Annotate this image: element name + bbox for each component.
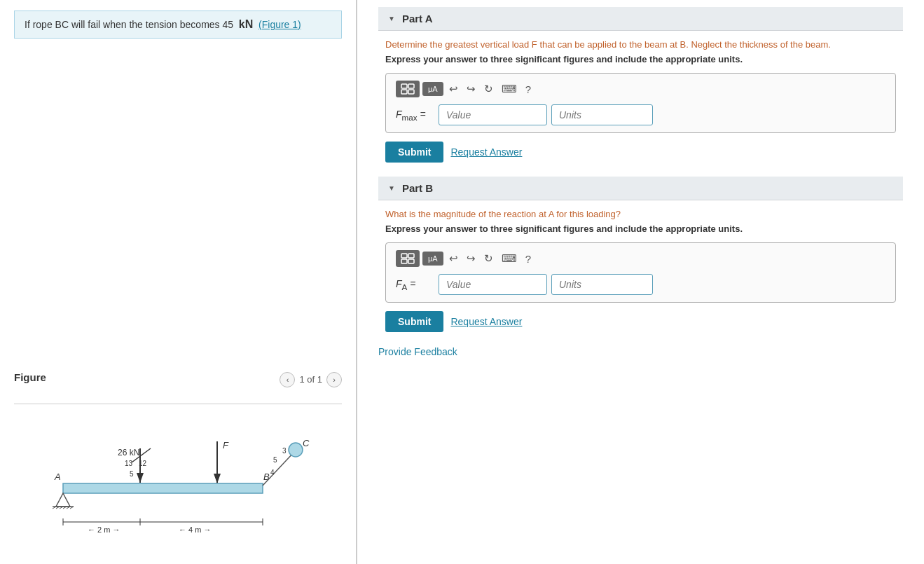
part-b-request-link[interactable]: Request Answer <box>450 316 522 327</box>
svg-line-21 <box>263 452 294 486</box>
figure-drawing: A B 26 kN 13 12 5 F <box>21 410 336 542</box>
part-a-help-btn[interactable]: ? <box>523 82 534 97</box>
part-a-subscript: max <box>402 112 418 121</box>
svg-text:F: F <box>223 440 229 450</box>
svg-rect-38 <box>401 254 407 258</box>
part-a-undo-btn[interactable]: ↩ <box>446 81 461 97</box>
part-b-mu-btn[interactable]: μA <box>422 252 443 266</box>
part-a-title: Part A <box>402 13 433 25</box>
part-b-grid-btn[interactable] <box>396 250 420 267</box>
part-b-arrow: ▼ <box>388 184 395 192</box>
info-box: If rope BC will fail when the tension be… <box>14 11 342 39</box>
svg-text:A: A <box>54 472 61 482</box>
svg-text:4: 4 <box>270 469 275 476</box>
svg-text:3: 3 <box>282 447 287 455</box>
kn-value: kN <box>239 18 253 30</box>
part-b-units-input[interactable] <box>551 274 653 295</box>
svg-text:5: 5 <box>273 456 277 464</box>
info-text: If rope BC will fail when the tension be… <box>25 19 233 30</box>
part-a-toolbar: μA ↩ ↪ ↻ ⌨ ? <box>396 81 885 97</box>
svg-rect-35 <box>408 84 414 88</box>
figure-divider <box>14 404 342 404</box>
part-b-redo-btn[interactable]: ↪ <box>464 251 478 266</box>
provide-feedback-link[interactable]: Provide Feedback <box>378 346 903 357</box>
part-b-input-row: FA = <box>396 274 885 295</box>
part-b-body: What is the magnitude of the reaction at… <box>378 209 903 332</box>
part-a-request-link[interactable]: Request Answer <box>450 146 522 158</box>
part-a-action-row: Submit Request Answer <box>385 142 896 163</box>
figure-label-row: Figure ‹ 1 of 1 › <box>14 371 342 387</box>
part-a-description: Determine the greatest vertical load F t… <box>385 39 896 50</box>
svg-text:12: 12 <box>139 460 147 467</box>
part-b-answer-box: μA ↩ ↪ ↻ ⌨ ? FA = <box>385 242 896 303</box>
svg-text:C: C <box>303 438 310 448</box>
svg-text:B: B <box>263 472 270 482</box>
part-a-submit-btn[interactable]: Submit <box>385 142 443 163</box>
part-a-redo-btn[interactable]: ↪ <box>464 81 478 97</box>
figure-nav-text: 1 of 1 <box>299 374 322 385</box>
part-b-title: Part B <box>402 182 433 194</box>
part-a-answer-box: μA ↩ ↪ ↻ ⌨ ? Fmax = <box>385 73 896 133</box>
part-b-action-row: Submit Request Answer <box>385 311 896 332</box>
svg-rect-40 <box>401 259 407 263</box>
part-b-reset-btn[interactable]: ↻ <box>481 251 496 266</box>
figure-label: Figure <box>14 371 46 383</box>
part-b-label: FA = <box>396 278 434 291</box>
part-a-label: Fmax = <box>396 109 434 122</box>
svg-rect-41 <box>408 259 414 263</box>
part-a-units-input[interactable] <box>551 104 653 125</box>
part-a-header[interactable]: ▼ Part A <box>378 7 903 31</box>
svg-point-22 <box>289 443 303 457</box>
svg-text:5: 5 <box>130 470 134 478</box>
figure-next-btn[interactable]: › <box>326 372 342 387</box>
part-b-help-btn[interactable]: ? <box>523 252 534 266</box>
svg-marker-12 <box>137 473 144 483</box>
part-a-body: Determine the greatest vertical load F t… <box>378 39 903 163</box>
part-b-description: What is the magnitude of the reaction at… <box>385 209 896 219</box>
part-b-subscript: A <box>402 282 408 291</box>
left-panel: If rope BC will fail when the tension be… <box>0 0 357 564</box>
part-b-submit-btn[interactable]: Submit <box>385 311 443 332</box>
figure-svg: A B 26 kN 13 12 5 F <box>21 410 315 539</box>
svg-rect-36 <box>401 90 407 94</box>
part-a-instruction: Express your answer to three significant… <box>385 54 896 64</box>
part-b-undo-btn[interactable]: ↩ <box>446 251 461 266</box>
figure-nav: ‹ 1 of 1 › <box>280 372 342 387</box>
svg-rect-34 <box>401 84 407 88</box>
part-b-value-input[interactable] <box>439 274 547 295</box>
part-a-keyboard-btn[interactable]: ⌨ <box>499 81 520 97</box>
figure-prev-btn[interactable]: ‹ <box>280 372 295 387</box>
part-a-section: ▼ Part A Determine the greatest vertical… <box>378 7 903 163</box>
part-b-keyboard-btn[interactable]: ⌨ <box>499 251 520 266</box>
part-b-toolbar: μA ↩ ↪ ↻ ⌨ ? <box>396 250 885 267</box>
svg-marker-1 <box>56 493 70 507</box>
part-a-value-input[interactable] <box>439 104 547 125</box>
svg-rect-37 <box>408 90 414 94</box>
svg-rect-0 <box>63 483 263 493</box>
part-a-grid-btn[interactable] <box>396 81 420 97</box>
part-a-mu-btn[interactable]: μA <box>422 82 443 96</box>
svg-text:26 kN: 26 kN <box>118 448 139 458</box>
svg-text:← 2 m →: ← 2 m → <box>88 525 120 534</box>
svg-rect-39 <box>408 254 414 258</box>
part-a-arrow: ▼ <box>388 15 395 22</box>
figure-link[interactable]: (Figure 1) <box>258 19 301 30</box>
part-b-section: ▼ Part B What is the magnitude of the re… <box>378 177 903 332</box>
svg-marker-19 <box>214 474 221 483</box>
right-panel: ▼ Part A Determine the greatest vertical… <box>357 0 924 564</box>
part-b-instruction: Express your answer to three significant… <box>385 223 896 234</box>
svg-text:13: 13 <box>125 460 133 467</box>
svg-text:← 4 m →: ← 4 m → <box>179 525 211 534</box>
part-b-header[interactable]: ▼ Part B <box>378 177 903 200</box>
part-a-input-row: Fmax = <box>396 104 885 125</box>
part-a-reset-btn[interactable]: ↻ <box>481 81 496 97</box>
